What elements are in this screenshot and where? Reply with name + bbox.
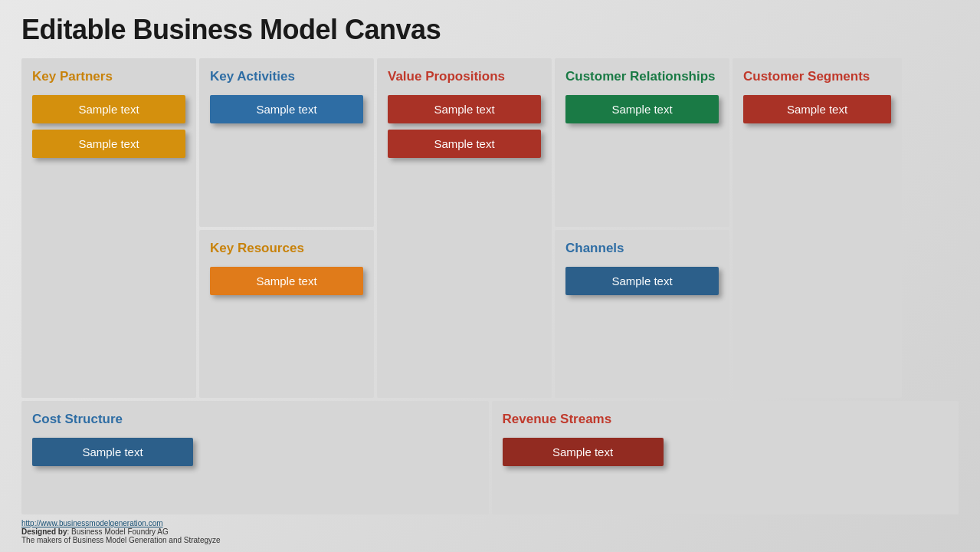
footer-link[interactable]: http://www.businessmodelgeneration.com: [21, 519, 163, 527]
customer-relationships-btn-1[interactable]: Sample text: [565, 95, 719, 123]
key-activities-btn-1[interactable]: Sample text: [210, 95, 363, 123]
customer-relationships-title: Customer Relationships: [565, 69, 719, 84]
canvas-wrapper: Key Partners Sample text Sample text Key…: [21, 58, 959, 514]
customer-relationships-cell: Customer Relationships Sample text: [555, 58, 729, 227]
footer-company: : Business Model Foundry AG: [67, 527, 168, 536]
cost-structure-btn-1[interactable]: Sample text: [32, 438, 193, 466]
main-row: Key Partners Sample text Sample text Key…: [21, 58, 959, 398]
bottom-row: Cost Structure Sample text Revenue Strea…: [21, 401, 959, 514]
value-propositions-title: Value Propositions: [388, 69, 541, 84]
customer-segments-cell: Customer Segments Sample text: [733, 58, 902, 398]
key-activities-cell: Key Activities Sample text: [199, 58, 374, 227]
customer-segments-title: Customer Segments: [743, 69, 891, 84]
footer-tagline: The makers of Business Model Generation …: [21, 536, 221, 544]
key-partners-title: Key Partners: [32, 69, 185, 84]
channels-title: Channels: [565, 241, 719, 256]
revenue-streams-title: Revenue Streams: [503, 412, 949, 427]
key-partners-btn-1[interactable]: Sample text: [32, 95, 185, 123]
cost-structure-cell: Cost Structure Sample text: [21, 401, 489, 514]
key-resources-btn-1[interactable]: Sample text: [210, 267, 363, 295]
value-propositions-cell: Value Propositions Sample text Sample te…: [377, 58, 552, 398]
key-activities-title: Key Activities: [210, 69, 363, 84]
revenue-streams-cell: Revenue Streams Sample text: [492, 401, 959, 514]
customer-segments-btn-1[interactable]: Sample text: [743, 95, 891, 123]
key-partners-btn-2[interactable]: Sample text: [32, 130, 185, 158]
revenue-streams-btn-1[interactable]: Sample text: [503, 438, 664, 466]
footer: http://www.businessmodelgeneration.com D…: [21, 519, 959, 544]
value-props-btn-2[interactable]: Sample text: [388, 130, 541, 158]
key-resources-cell: Key Resources Sample text: [199, 230, 374, 399]
channels-cell: Channels Sample text: [555, 230, 729, 399]
key-partners-cell: Key Partners Sample text Sample text: [21, 58, 196, 398]
activities-resources-stack: Key Activities Sample text Key Resources…: [199, 58, 374, 398]
cost-structure-title: Cost Structure: [32, 412, 478, 427]
page-title: Editable Business Model Canvas: [21, 14, 959, 46]
value-props-btn-1[interactable]: Sample text: [388, 95, 541, 123]
footer-designed-by-label: Designed by: [21, 527, 67, 536]
key-resources-title: Key Resources: [210, 241, 363, 256]
cr-channels-stack: Customer Relationships Sample text Chann…: [555, 58, 729, 398]
channels-btn-1[interactable]: Sample text: [565, 267, 719, 295]
